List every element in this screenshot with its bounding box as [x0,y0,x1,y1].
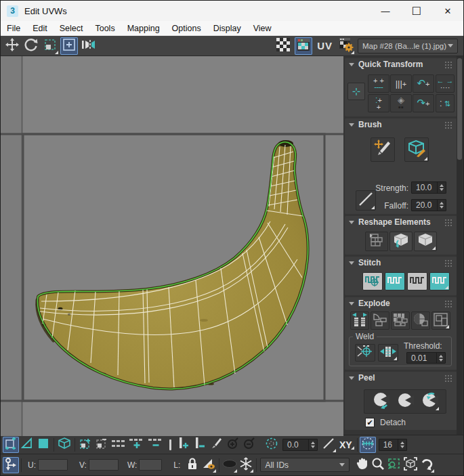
shrink-loop-button[interactable] [192,437,208,453]
spinner-arrows-icon[interactable] [437,182,446,193]
pick-texture-button[interactable] [337,37,355,55]
reshape-header[interactable]: Reshape Elements [345,216,457,228]
vertex-mode-button[interactable] [3,437,19,453]
zoom-region-button[interactable] [386,457,402,473]
close-button[interactable]: ✕ [432,1,463,21]
mirror-button[interactable] [79,37,97,55]
paint-select-button[interactable] [208,437,224,453]
stitch-settings-button[interactable] [429,272,450,290]
map-dropdown[interactable]: Map #28 (Ba...le (1).jpg) [358,39,458,53]
freeze-selected-button[interactable] [238,457,254,473]
menu-mapping[interactable]: Mapping [121,22,166,35]
target-weld-button[interactable] [355,344,375,362]
u-input[interactable] [38,459,68,471]
rotate-cw-button[interactable]: ↷+ [413,94,434,112]
panel-grip-icon[interactable] [445,301,453,307]
spinner-arrows-icon[interactable] [308,439,317,450]
absolute-offset-toggle[interactable] [3,457,19,473]
shrink-selection-button[interactable] [93,437,110,453]
weld-selected-button[interactable] [378,344,398,362]
soft-selection-falloff-spinner[interactable]: 0.0 [282,439,318,451]
menu-file[interactable]: File [1,22,26,35]
panel-grip-icon[interactable] [445,260,453,266]
paint-select-add-button[interactable] [224,437,240,453]
minimize-button[interactable]: — [370,1,401,21]
menu-tools[interactable]: Tools [89,22,121,35]
zoom-button[interactable] [370,457,386,473]
threshold-spinner[interactable]: 0.01 [406,352,446,364]
soft-selection-button[interactable] [263,437,280,453]
stitch-to-target-button[interactable] [385,272,405,290]
scale-button[interactable] [41,37,59,55]
uv-space-label[interactable]: UV [315,40,335,51]
panel-grip-icon[interactable] [445,375,453,381]
paint-move-brush-button[interactable] [371,137,395,162]
stitch-source-button[interactable] [407,272,427,290]
zoom-extents-button[interactable] [402,457,419,473]
peel-reset-button[interactable] [419,392,440,411]
relax-until-flat-button[interactable] [389,232,413,251]
brush-falloff-type-button[interactable] [356,190,376,211]
material-id-dropdown[interactable]: All IDs [260,458,350,472]
panel-scrollbar[interactable] [457,56,463,435]
align-vertical-pivot-button[interactable]: ⁚++ [368,94,389,112]
peel-mode-button[interactable] [395,392,415,411]
flatten-mapping-button[interactable] [431,311,450,330]
paint-select-subtract-button[interactable] [240,437,257,453]
scrollbar-thumb[interactable] [457,58,462,160]
detach-edge-verts-button[interactable] [371,311,389,330]
panel-grip-icon[interactable] [445,62,453,68]
menu-view[interactable]: View [247,22,278,35]
stitch-header[interactable]: Stitch [345,257,457,269]
space-vertical-button[interactable]: ⁚ ⇅ [436,94,455,112]
relax-tool-button[interactable] [414,232,437,251]
falloff-shape-button[interactable] [320,437,337,453]
menu-display[interactable]: Display [207,22,247,35]
straighten-selection-button[interactable] [365,232,388,251]
peel-header[interactable]: Peel [345,372,457,384]
quick-transform-header[interactable]: Quick Transform [345,58,457,70]
v-input[interactable] [89,459,119,471]
w-input[interactable] [139,459,162,471]
falloff-space-button[interactable]: XY [337,439,355,450]
panel-grip-icon[interactable] [445,122,453,128]
maximize-button[interactable]: ☐ [401,1,432,21]
pan-button[interactable] [354,457,370,473]
spinner-arrows-icon[interactable] [436,353,445,363]
flatten-by-polygon-button[interactable] [391,311,410,330]
shrink-edge-loop-button[interactable] [146,437,165,453]
panel-grip-icon[interactable] [445,219,453,225]
rotate-ccw-button[interactable]: ↶+ [413,74,434,93]
edge-mode-button[interactable] [19,437,35,453]
move-button[interactable] [3,37,21,55]
hide-selected-button[interactable] [222,457,238,473]
polygon-mode-button[interactable] [35,437,51,453]
spinner-arrows-icon[interactable] [398,439,406,450]
explode-header[interactable]: Explode [345,297,457,309]
spinner-arrows-icon[interactable] [437,200,446,211]
show-map-toggle-button[interactable] [295,37,312,55]
brush-header[interactable]: Brush [345,118,457,131]
detach-checkbox[interactable]: ✔ [365,418,375,427]
grow-edge-loop-button[interactable] [127,437,146,453]
space-horizontal-button[interactable]: ← →···· [436,74,455,93]
menu-options[interactable]: Options [166,22,207,35]
quick-peel-button[interactable] [371,392,391,411]
rotate-button[interactable] [22,37,40,55]
uv-canvas[interactable] [1,56,343,435]
element-mode-button[interactable] [56,437,72,453]
filter-selected-faces-button[interactable] [201,457,217,473]
break-button[interactable] [350,311,369,330]
select-edge-loop-button[interactable] [110,437,127,453]
move-selected-button[interactable]: ⊹ [347,83,365,100]
zoom-to-gizmo-button[interactable] [419,457,435,473]
freeform-mode-button[interactable] [60,37,78,55]
menu-edit[interactable]: Edit [26,22,54,35]
falloff-spinner[interactable]: 20.0 [411,199,446,211]
lock-selection-button[interactable] [184,457,201,473]
linear-align-button[interactable]: ◈▪▪ [390,94,412,112]
grow-loop-button[interactable] [175,437,192,453]
flatten-by-smoothing-button[interactable] [411,311,430,330]
relax-brush-button[interactable] [404,137,429,162]
strength-spinner[interactable]: 10.0 [411,181,446,194]
